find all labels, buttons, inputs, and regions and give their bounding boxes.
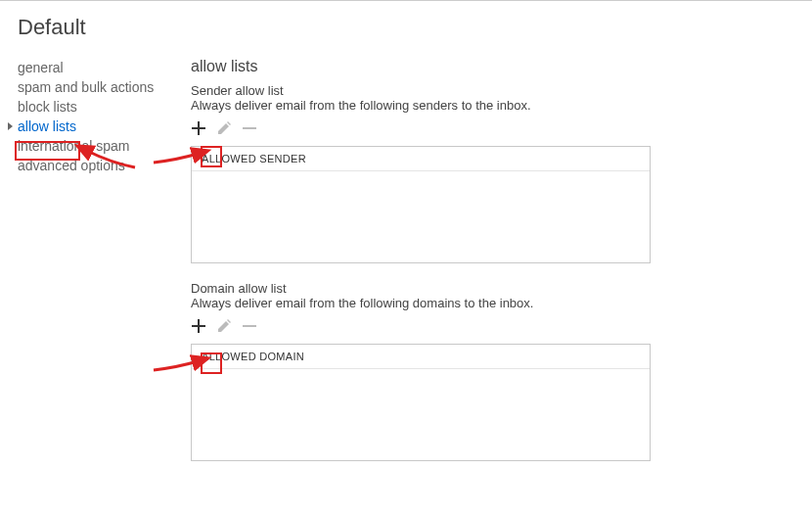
domain-column-header: ALLOWED DOMAIN [192, 345, 650, 369]
sidebar-item-general[interactable]: general [18, 58, 191, 77]
sender-subheading: Sender allow list [191, 83, 685, 98]
plus-icon [192, 319, 205, 333]
remove-domain-button[interactable] [242, 318, 257, 334]
edit-domain-button[interactable] [216, 318, 232, 334]
domain-description: Always deliver email from the following … [191, 296, 685, 310]
sender-toolbar [191, 120, 685, 136]
sidebar: general spam and bulk actions block list… [0, 58, 191, 479]
remove-sender-button[interactable] [242, 120, 257, 136]
plus-icon [192, 121, 205, 135]
minus-icon [243, 319, 256, 333]
sidebar-item-allow-lists[interactable]: allow lists [18, 117, 191, 136]
section-heading: allow lists [191, 58, 685, 75]
svg-rect-1 [243, 325, 256, 327]
main-panel: allow lists Sender allow list Always del… [191, 58, 812, 479]
minus-icon [243, 121, 256, 135]
sender-description: Always deliver email from the following … [191, 98, 685, 113]
domain-toolbar [191, 318, 685, 334]
sidebar-item-international-spam[interactable]: international spam [18, 136, 191, 156]
sidebar-item-advanced-options[interactable]: advanced options [18, 156, 191, 175]
pencil-icon [217, 319, 231, 333]
sidebar-item-block-lists[interactable]: block lists [18, 97, 191, 117]
domain-subheading: Domain allow list [191, 281, 685, 296]
sidebar-item-spam-bulk[interactable]: spam and bulk actions [18, 77, 191, 97]
svg-rect-0 [243, 127, 256, 129]
add-sender-button[interactable] [191, 120, 206, 136]
edit-sender-button[interactable] [216, 120, 232, 136]
sender-listbox[interactable]: ALLOWED SENDER [191, 146, 651, 263]
domain-listbox[interactable]: ALLOWED DOMAIN [191, 344, 651, 461]
add-domain-button[interactable] [191, 318, 206, 334]
sender-column-header: ALLOWED SENDER [192, 147, 650, 171]
page-title: Default [0, 1, 812, 58]
pencil-icon [217, 121, 231, 135]
